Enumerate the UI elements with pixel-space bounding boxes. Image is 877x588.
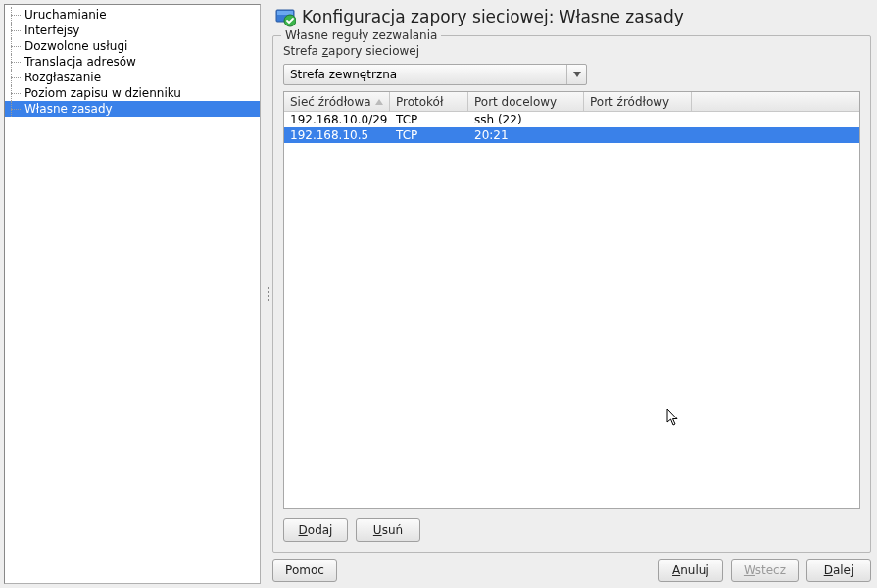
- svg-rect-1: [277, 11, 293, 15]
- sidebar-item-broadcast[interactable]: Rozgłaszanie: [5, 70, 260, 85]
- page-header: Konfiguracja zapory sieciowej: Własne za…: [272, 4, 871, 29]
- col-src-port[interactable]: Port źródłowy: [584, 92, 692, 111]
- nav-tree[interactable]: Uruchamianie Interfejsy Dozwolone usługi…: [4, 4, 261, 584]
- cancel-button[interactable]: Anuluj: [658, 559, 723, 582]
- table-row[interactable]: 192.168.10.5 TCP 20:21: [284, 127, 859, 143]
- next-button[interactable]: Dalej: [806, 559, 871, 582]
- zone-combo-value: Strefa zewnętrzna: [290, 68, 397, 81]
- delete-button[interactable]: Usuń: [356, 518, 420, 542]
- wizard-button-bar: Pomoc Anuluj Wstecz Dalej: [272, 559, 871, 582]
- col-source-net[interactable]: Sieć źródłowa: [284, 92, 390, 111]
- sidebar-item-allowed-services[interactable]: Dozwolone usługi: [5, 38, 260, 54]
- fieldset-legend: Własne reguły zezwalania: [281, 28, 441, 42]
- add-button[interactable]: Dodaj: [283, 518, 348, 542]
- sidebar-item-custom-rules[interactable]: Własne zasady: [5, 101, 260, 117]
- rules-table[interactable]: Sieć źródłowa Protokół Port docelowy Por…: [283, 91, 860, 509]
- help-button[interactable]: Pomoc: [272, 559, 337, 582]
- splitter[interactable]: [265, 0, 272, 588]
- col-protocol[interactable]: Protokół: [390, 92, 468, 111]
- col-filler: [692, 92, 859, 111]
- sidebar-item-startup[interactable]: Uruchamianie: [5, 7, 260, 23]
- page-title: Konfiguracja zapory sieciowej: Własne za…: [302, 7, 684, 26]
- col-dst-port[interactable]: Port docelowy: [468, 92, 584, 111]
- sidebar-item-logging[interactable]: Poziom zapisu w dzienniku: [5, 85, 260, 101]
- zone-combo[interactable]: Strefa zewnętrzna: [283, 64, 587, 85]
- back-button[interactable]: Wstecz: [731, 559, 799, 582]
- zone-label: Strefa zapory sieciowej: [283, 44, 860, 58]
- table-row[interactable]: 192.168.10.0/29 TCP ssh (22): [284, 112, 859, 127]
- allow-rules-group: Własne reguły zezwalania Strefa zapory s…: [272, 35, 871, 553]
- firewall-shield-icon: [274, 6, 296, 27]
- table-header: Sieć źródłowa Protokół Port docelowy Por…: [284, 92, 859, 112]
- sidebar-item-interfaces[interactable]: Interfejsy: [5, 23, 260, 38]
- sort-asc-icon: [375, 99, 383, 105]
- chevron-down-icon: [566, 65, 586, 84]
- sidebar-item-nat[interactable]: Translacja adresów: [5, 54, 260, 70]
